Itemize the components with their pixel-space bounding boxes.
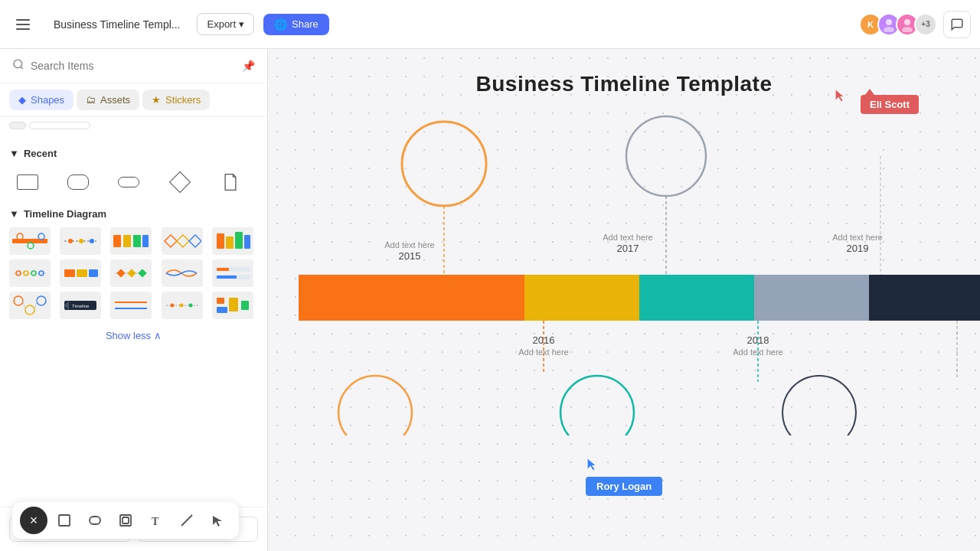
svg-point-89 bbox=[782, 376, 856, 435]
svg-rect-62 bbox=[241, 301, 249, 310]
timeline-thumb-6[interactable] bbox=[9, 259, 51, 287]
timeline-thumb-10[interactable] bbox=[212, 259, 253, 287]
svg-marker-91 bbox=[588, 459, 596, 470]
svg-point-7 bbox=[14, 60, 22, 68]
svg-rect-0 bbox=[16, 19, 30, 21]
tab-assets[interactable]: 🗂 Assets bbox=[77, 90, 139, 110]
svg-marker-98 bbox=[213, 516, 222, 527]
assets-icon: 🗂 bbox=[86, 94, 96, 106]
svg-rect-38 bbox=[117, 269, 126, 277]
timeline-thumb-9[interactable] bbox=[162, 259, 203, 287]
tooltip-rory: Rory Logan bbox=[586, 477, 662, 496]
canvas-area[interactable]: Business Timeline Template Add text here… bbox=[268, 49, 980, 551]
topbar: Business Timeline Templ... Export ▾ 🌐 Sh… bbox=[0, 0, 980, 49]
search-input[interactable] bbox=[31, 60, 236, 72]
timeline-thumb-14[interactable] bbox=[162, 292, 203, 319]
text-tool[interactable]: T bbox=[142, 507, 170, 534]
svg-text:2017: 2017 bbox=[617, 243, 639, 254]
pointer-tool[interactable] bbox=[204, 507, 231, 534]
shapes-icon: ◆ bbox=[18, 94, 26, 106]
timeline-thumb-7[interactable] bbox=[60, 259, 101, 287]
svg-rect-24 bbox=[217, 233, 224, 249]
svg-rect-59 bbox=[217, 298, 224, 304]
avatar-count[interactable]: +3 bbox=[914, 13, 937, 36]
recent-section-header[interactable]: ▼ Recent bbox=[9, 148, 258, 159]
frame-tool[interactable] bbox=[112, 507, 139, 534]
svg-rect-39 bbox=[128, 269, 136, 277]
shape-pill[interactable] bbox=[110, 167, 147, 197]
svg-rect-26 bbox=[235, 232, 243, 249]
svg-marker-90 bbox=[836, 90, 844, 101]
timeline-thumb-2[interactable] bbox=[60, 227, 101, 255]
avatar-group: K +3 bbox=[864, 13, 937, 36]
svg-point-56 bbox=[170, 304, 174, 308]
recent-shapes-grid bbox=[9, 167, 258, 197]
svg-marker-23 bbox=[189, 235, 201, 247]
share-button[interactable]: 🌐 Share bbox=[263, 14, 329, 35]
export-button[interactable]: Export ▾ bbox=[197, 13, 254, 35]
svg-point-47 bbox=[37, 296, 46, 305]
document-title[interactable]: Business Timeline Templ... bbox=[46, 14, 188, 35]
sidebar-scroll: ▼ Recent bbox=[0, 135, 267, 507]
svg-text:Add text here: Add text here bbox=[384, 240, 434, 249]
svg-rect-93 bbox=[90, 517, 100, 524]
search-icon bbox=[12, 58, 24, 73]
timeline-thumb-12[interactable]: Timeline bbox=[60, 292, 101, 319]
canvas-title: Business Timeline Template bbox=[268, 72, 980, 96]
search-bar: 📌 bbox=[0, 49, 267, 83]
menu-button[interactable] bbox=[9, 11, 37, 38]
svg-marker-21 bbox=[165, 235, 177, 247]
svg-rect-92 bbox=[59, 515, 70, 526]
svg-point-45 bbox=[14, 296, 23, 305]
timeline-thumb-13[interactable] bbox=[110, 292, 152, 319]
topbar-right: K +3 bbox=[864, 11, 971, 38]
line-tool[interactable] bbox=[173, 507, 201, 534]
timeline-thumb-11[interactable] bbox=[9, 292, 51, 319]
tab-stickers[interactable]: ★ Stickers bbox=[142, 90, 210, 110]
timeline-grid: Timeline bbox=[9, 227, 258, 319]
timeline-thumb-3[interactable] bbox=[110, 227, 152, 255]
show-less-button[interactable]: Show less ∧ bbox=[9, 325, 258, 346]
svg-point-5 bbox=[904, 19, 910, 25]
main-layout: 📌 ◆ Shapes 🗂 Assets ★ Stickers bbox=[0, 49, 980, 551]
pin-icon: 📌 bbox=[242, 60, 255, 72]
stickers-icon: ★ bbox=[152, 94, 161, 106]
small-tab-2[interactable] bbox=[29, 122, 90, 129]
timeline-thumb-8[interactable] bbox=[110, 259, 152, 287]
svg-point-3 bbox=[886, 19, 892, 25]
svg-point-57 bbox=[179, 304, 183, 308]
close-tool-button[interactable]: × bbox=[20, 507, 47, 534]
tab-row: ◆ Shapes 🗂 Assets ★ Stickers bbox=[0, 83, 267, 117]
svg-text:T: T bbox=[152, 516, 159, 527]
svg-rect-95 bbox=[122, 517, 129, 523]
timeline-thumb-1[interactable] bbox=[9, 227, 51, 255]
timeline-thumb-4[interactable] bbox=[162, 227, 203, 255]
svg-line-97 bbox=[181, 515, 192, 526]
rectangle-tool[interactable] bbox=[51, 507, 78, 534]
svg-point-87 bbox=[338, 376, 412, 435]
section-arrow-tl: ▼ bbox=[9, 208, 19, 220]
small-tab-1[interactable] bbox=[9, 122, 26, 129]
timeline-thumb-5[interactable] bbox=[212, 227, 253, 255]
timeline-diagram: Add text here 2015 Add text here 2017 Ad… bbox=[299, 114, 980, 435]
tooltip-eli: Eli Scott bbox=[861, 95, 919, 114]
tab-shapes[interactable]: ◆ Shapes bbox=[9, 90, 74, 110]
shape-document[interactable] bbox=[212, 167, 249, 197]
rounded-rect-tool[interactable] bbox=[81, 507, 109, 534]
svg-text:2019: 2019 bbox=[847, 243, 869, 254]
shape-rounded-rect[interactable] bbox=[60, 167, 96, 197]
svg-text:Add text here: Add text here bbox=[603, 233, 652, 242]
shape-rectangle[interactable] bbox=[9, 167, 46, 197]
svg-point-14 bbox=[68, 239, 73, 243]
cursor-rory bbox=[586, 458, 598, 474]
shape-diamond[interactable] bbox=[162, 167, 198, 197]
svg-line-8 bbox=[21, 67, 23, 69]
timeline-section-header[interactable]: ▼ Timeline Diagram bbox=[9, 208, 258, 220]
comment-button[interactable] bbox=[943, 11, 971, 38]
svg-line-48 bbox=[23, 301, 25, 310]
timeline-thumb-15[interactable] bbox=[212, 292, 253, 319]
svg-rect-61 bbox=[229, 298, 238, 311]
svg-rect-35 bbox=[77, 269, 87, 277]
svg-marker-74 bbox=[299, 275, 551, 321]
svg-point-58 bbox=[188, 304, 192, 308]
